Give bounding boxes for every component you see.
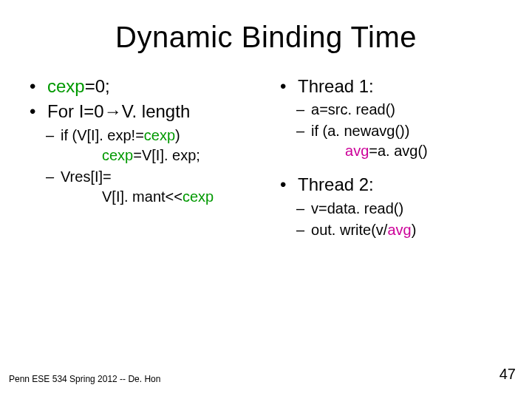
t1-if: if (a. newavg()) avg=a. avg() [279,121,510,161]
right-column: Thread 1: a=src. read() if (a. newavg())… [279,75,510,242]
bullet-for-loop: For I=0→V. length [28,100,271,123]
text: V. length [122,101,191,121]
arrow-icon: → [104,101,122,121]
t2-write: out. write(v/avg) [279,220,510,240]
slide-title: Dynamic Binding Time [0,0,532,61]
sub-vres-body: V[I]. mant<<cexp [61,187,271,207]
cexp-highlight: cexp [102,147,133,163]
bullet-cexp-init: cexp=0; [28,75,271,98]
text: Thread 2: [298,174,374,194]
text: Vres[I]= [61,168,112,185]
text: For I=0 [47,101,104,121]
text: v=data. read() [311,200,403,216]
sub-if-exp: if (V[I]. exp!=cexp) cexp=V[I]. exp; [28,126,271,166]
text: ) [412,222,417,238]
t2-read: v=data. read() [279,199,510,219]
text: a=src. read() [311,101,395,117]
cexp-highlight: cexp [183,188,214,205]
text: V[I]. mant<< [102,188,183,205]
sub-vres: Vres[I]= V[I]. mant<<cexp [28,167,271,207]
text: ) [175,127,180,143]
text: if (V[I]. exp!= [61,127,144,143]
footer-text: Penn ESE 534 Spring 2012 -- De. Hon [9,374,160,384]
text: Thread 1: [298,76,374,96]
slide: Dynamic Binding Time cexp=0; For I=0→V. … [0,0,532,399]
bullet-thread1: Thread 1: [279,75,510,98]
t1-read: a=src. read() [279,100,510,120]
left-column: cexp=0; For I=0→V. length if (V[I]. exp!… [28,75,279,242]
text: out. write(v/ [311,222,387,238]
text: if (a. newavg()) [311,123,409,139]
cexp-highlight: cexp [47,76,85,96]
t1-if-body: avg=a. avg() [311,141,510,161]
page-number: 47 [499,366,516,383]
avg-highlight: avg [345,143,369,159]
bullet-thread2: Thread 2: [279,173,510,197]
text: =a. avg() [369,143,427,159]
slide-body: cexp=0; For I=0→V. length if (V[I]. exp!… [0,61,532,242]
text: =0; [85,76,110,96]
sub-if-body: cexp=V[I]. exp; [61,146,271,166]
cexp-highlight: cexp [144,127,175,143]
avg-highlight: avg [387,222,411,238]
text: =V[I]. exp; [133,147,200,163]
